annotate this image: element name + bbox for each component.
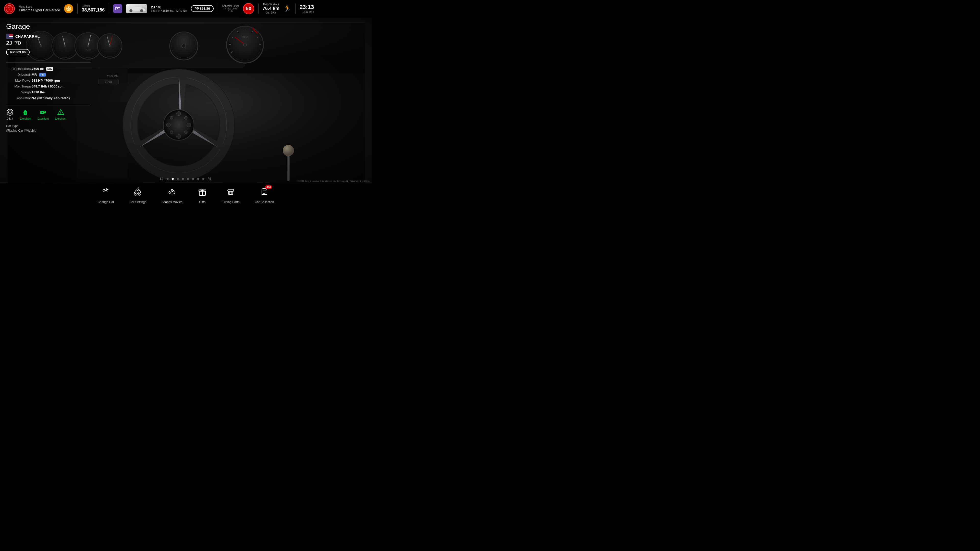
displacement-label: Displacement (6, 66, 32, 72)
spec-max-torque: Max Torque 549.7 ft-lb / 6000 rpm (6, 83, 91, 89)
gifts-label: Gifts (199, 200, 205, 204)
car-type-tags: #Racing Car #Midship (6, 129, 91, 132)
runner-icon: 🏃 (283, 5, 291, 12)
mission-icon (64, 4, 73, 13)
drivetrain-value: MR F/F (32, 72, 91, 78)
nav-car-settings[interactable]: Car Settings (129, 187, 146, 204)
gifts-icon (198, 187, 207, 198)
nav-car-collection[interactable]: 343 Car Collection (255, 187, 274, 204)
condition-engine: Excellent (38, 108, 49, 120)
time-date: Jun 19th (303, 11, 314, 14)
page-title: Garage (6, 22, 91, 30)
svg-text:7: 7 (9, 9, 10, 10)
carousel-nav: L1 R1 (160, 177, 212, 181)
engine-icon (39, 108, 47, 116)
spec-max-power: Max Power 683 HP / 7000 rpm (6, 78, 91, 83)
collector-level-section: Collector Level To Next Level 0 pts (222, 5, 239, 13)
svg-point-106 (171, 189, 173, 191)
body-status: Excellent (55, 117, 66, 120)
condition-oil: Excellent (20, 108, 32, 120)
garage-connector-icon (113, 4, 122, 13)
body-icon (57, 108, 65, 116)
condition-row: 0 km Excellent Excellent (6, 108, 91, 120)
displacement-badge: N/A (46, 67, 53, 71)
garage-info-panel: Garage CHAPARRAL 2J '70 PP 863.86 Displa… (0, 17, 97, 183)
bottom-navigation: Change Car Car Settings Scapes Movies (0, 183, 372, 208)
car-collection-badge: 343 (265, 185, 272, 189)
car-collection-label: Car Collection (255, 200, 274, 204)
nav-change-car[interactable]: Change Car (97, 187, 114, 204)
credits-label: Credits (82, 5, 105, 7)
max-power-value: 683 HP / 7000 rpm (32, 78, 91, 83)
nav-dot-5[interactable] (187, 178, 189, 180)
scapes-movies-icon (167, 187, 177, 198)
engine-status: Excellent (38, 117, 49, 120)
hud-pp-badge: PP 863.86 (191, 5, 213, 12)
max-torque-value: 549.7 ft-lb / 6000 rpm (32, 83, 91, 89)
car-type-label: Car Type: (6, 124, 91, 128)
change-car-icon (101, 187, 110, 198)
displacement-value: 7600 cc N/A (32, 66, 91, 72)
svg-point-89 (8, 111, 11, 114)
oil-status: Excellent (20, 117, 32, 120)
credits-value: 38,567,156 (82, 7, 105, 13)
car-collection-icon: 343 (260, 187, 269, 198)
odometer-icon (6, 108, 14, 116)
spec-aspiration: Aspiration NA (Naturally Aspirated) (6, 95, 91, 101)
drivetrain-badge: F/F (39, 73, 46, 76)
pp-badge: PP 863.86 (6, 49, 30, 56)
divider-3 (218, 3, 218, 14)
brand-name: CHAPARRAL (15, 35, 40, 38)
svg-point-98 (41, 112, 43, 113)
aspiration-value: NA (Naturally Aspirated) (32, 95, 91, 101)
time-section: 23:13 Jun 19th (300, 4, 314, 14)
svg-point-102 (134, 193, 136, 195)
separator-1 (6, 62, 91, 63)
collector-label: Collector Level (222, 5, 239, 7)
car-info-section: 2J '70 683 HP / 1810 lbs. / MR / NA (151, 5, 187, 12)
car-settings-label: Car Settings (129, 200, 146, 204)
weight-label: Weight (6, 89, 32, 95)
svg-point-103 (138, 193, 140, 195)
divider-5 (295, 3, 296, 14)
change-car-label: Change Car (97, 200, 114, 204)
hud-car-stats: 683 HP / 1810 lbs. / MR / NA (151, 9, 187, 12)
nav-left-label: L1 (160, 177, 164, 181)
nav-dot-7[interactable] (197, 178, 199, 180)
svg-rect-95 (24, 110, 26, 111)
svg-line-104 (137, 188, 138, 189)
divider-4 (258, 3, 259, 14)
max-torque-label: Max Torque (6, 83, 32, 89)
nav-gifts[interactable]: Gifts (198, 187, 207, 204)
condition-odometer: 0 km (6, 108, 14, 120)
nav-scapes-movies[interactable]: Scapes Movies (162, 187, 182, 204)
aspiration-label: Aspiration (6, 95, 32, 101)
menu-book-label: Menu Book (19, 5, 60, 8)
svg-point-86 (129, 9, 132, 12)
scapes-movies-label: Scapes Movies (162, 200, 182, 204)
nav-dot-2[interactable] (172, 178, 174, 180)
svg-point-101 (103, 189, 105, 191)
workout-label: Daily Workout (263, 3, 279, 6)
specs-table: Displacement 7600 cc N/A Drivetrain MR F… (6, 66, 91, 101)
collector-level-badge: 50 (243, 3, 254, 14)
nav-dot-1[interactable] (167, 178, 169, 180)
nav-dot-6[interactable] (192, 178, 194, 180)
condition-body: Excellent (55, 108, 66, 120)
us-flag-icon (6, 34, 13, 39)
svg-point-79 (68, 8, 69, 9)
car-title: 2J '70 (6, 40, 91, 46)
svg-text:GT: GT (8, 6, 11, 8)
gt-logo: GT 7 (4, 3, 15, 14)
nav-dot-4[interactable] (182, 178, 184, 180)
nav-dot-3[interactable] (177, 178, 179, 180)
weight-value: 1810 lbs. (32, 89, 91, 95)
oil-icon (22, 108, 29, 116)
tuning-parts-label: Tuning Parts (222, 200, 240, 204)
credits-section: Credits 38,567,156 (82, 5, 105, 13)
time-value: 23:13 (300, 4, 314, 11)
copyright-text: © 2023 Sony Interactive Entertainment In… (298, 180, 369, 182)
nav-dot-8[interactable] (202, 178, 204, 180)
nav-tuning-parts[interactable]: Tuning Parts (222, 187, 240, 204)
divider-1 (77, 3, 78, 14)
